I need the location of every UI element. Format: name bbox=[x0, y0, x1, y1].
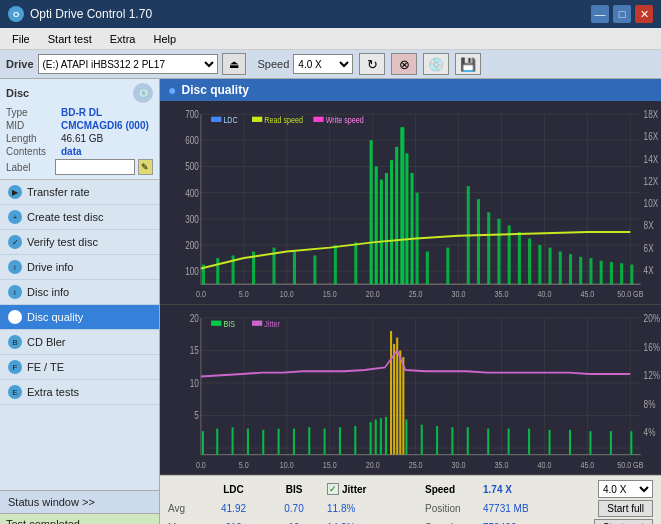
svg-rect-83 bbox=[630, 265, 633, 285]
dq-icon: ● bbox=[168, 82, 176, 98]
svg-text:15: 15 bbox=[190, 345, 199, 356]
sidebar-item-cd-bler[interactable]: B CD Bler bbox=[0, 330, 159, 355]
position-value: 47731 MB bbox=[483, 503, 590, 514]
chart2-svg: 20 15 10 5 20% 16% 12% 8% 4% 0.0 5.0 10.… bbox=[160, 305, 661, 474]
contents-value: data bbox=[61, 146, 82, 157]
disc-quality-title: Disc quality bbox=[181, 83, 248, 97]
svg-rect-149 bbox=[421, 425, 423, 455]
svg-rect-147 bbox=[385, 417, 387, 455]
mid-value: CMCMAGDI6 (000) bbox=[61, 120, 149, 131]
svg-text:4%: 4% bbox=[644, 427, 656, 438]
svg-text:400: 400 bbox=[185, 187, 199, 199]
sidebar-item-label: CD Bler bbox=[27, 336, 66, 348]
disc-button[interactable]: 💿 bbox=[423, 53, 449, 75]
svg-text:10X: 10X bbox=[644, 197, 659, 209]
svg-text:700: 700 bbox=[185, 108, 199, 120]
svg-rect-60 bbox=[395, 147, 398, 284]
svg-text:20: 20 bbox=[190, 313, 199, 324]
sidebar-item-fe-te[interactable]: F FE / TE bbox=[0, 355, 159, 380]
sidebar-item-label: Disc quality bbox=[27, 311, 83, 323]
speed-select[interactable]: 4.0 X bbox=[293, 54, 353, 74]
svg-text:18X: 18X bbox=[644, 108, 659, 120]
close-button[interactable]: ✕ bbox=[635, 5, 653, 23]
svg-rect-82 bbox=[620, 263, 623, 284]
svg-rect-68 bbox=[477, 199, 480, 284]
sidebar-item-disc-quality[interactable]: ★ Disc quality bbox=[0, 305, 159, 330]
sidebar-item-verify-test-disc[interactable]: ✓ Verify test disc bbox=[0, 230, 159, 255]
svg-rect-62 bbox=[405, 153, 408, 284]
svg-rect-59 bbox=[390, 160, 393, 284]
save-button[interactable]: 💾 bbox=[455, 53, 481, 75]
svg-text:20.0: 20.0 bbox=[366, 460, 380, 470]
svg-rect-72 bbox=[518, 232, 521, 284]
svg-text:16%: 16% bbox=[644, 342, 660, 353]
sidebar-item-label: FE / TE bbox=[27, 361, 64, 373]
menu-help[interactable]: Help bbox=[145, 31, 184, 47]
stats-headers-row: LDC BIS ✓ Jitter Speed 1.74 X 4.0 X bbox=[168, 480, 653, 498]
chart2-container: 20 15 10 5 20% 16% 12% 8% 4% 0.0 5.0 10.… bbox=[160, 305, 661, 475]
title-bar: O Opti Drive Control 1.70 — □ ✕ bbox=[0, 0, 661, 28]
svg-rect-130 bbox=[232, 427, 234, 454]
menu-file[interactable]: File bbox=[4, 31, 38, 47]
svg-text:25.0: 25.0 bbox=[409, 290, 423, 300]
svg-rect-144 bbox=[370, 422, 372, 455]
svg-text:15.0: 15.0 bbox=[323, 460, 337, 470]
svg-text:50.0 GB: 50.0 GB bbox=[617, 460, 644, 470]
disc-type-row: Type BD-R DL bbox=[6, 107, 153, 118]
start-part-button[interactable]: Start part bbox=[594, 519, 653, 524]
bis-header: BIS bbox=[269, 484, 319, 495]
svg-text:10.0: 10.0 bbox=[280, 290, 294, 300]
sidebar-item-label: Extra tests bbox=[27, 386, 79, 398]
stats-bar: LDC BIS ✓ Jitter Speed 1.74 X 4.0 X Avg … bbox=[160, 475, 661, 524]
menu-start-test[interactable]: Start test bbox=[40, 31, 100, 47]
svg-text:14X: 14X bbox=[644, 152, 659, 164]
status-window-button[interactable]: Status window >> bbox=[0, 490, 159, 513]
charts-area: 700 600 500 400 300 200 100 18X 16X 14X … bbox=[160, 101, 661, 475]
sidebar-item-drive-info[interactable]: i Drive info bbox=[0, 255, 159, 280]
disc-quality-icon: ★ bbox=[8, 310, 22, 324]
svg-rect-157 bbox=[569, 430, 571, 455]
svg-rect-128 bbox=[202, 431, 204, 454]
mid-label: MID bbox=[6, 120, 61, 131]
svg-rect-58 bbox=[385, 173, 388, 284]
minimize-button[interactable]: — bbox=[591, 5, 609, 23]
sidebar-item-disc-info[interactable]: i Disc info bbox=[0, 280, 159, 305]
label-edit-button[interactable]: ✎ bbox=[138, 159, 153, 175]
svg-rect-79 bbox=[589, 258, 592, 284]
svg-text:500: 500 bbox=[185, 160, 199, 172]
disc-header: Disc 💿 bbox=[6, 83, 153, 103]
type-value: BD-R DL bbox=[61, 107, 102, 118]
svg-text:30.0: 30.0 bbox=[452, 290, 466, 300]
nav-items: ▶ Transfer rate + Create test disc ✓ Ver… bbox=[0, 180, 159, 405]
svg-rect-65 bbox=[426, 252, 429, 285]
sidebar-item-extra-tests[interactable]: E Extra tests bbox=[0, 380, 159, 405]
contents-label: Contents bbox=[6, 146, 61, 157]
settings-button[interactable]: ⊗ bbox=[391, 53, 417, 75]
refresh-button[interactable]: ↻ bbox=[359, 53, 385, 75]
cd-bler-icon: B bbox=[8, 335, 22, 349]
drive-select[interactable]: (E:) ATAPI iHBS312 2 PL17 bbox=[38, 54, 218, 74]
svg-rect-151 bbox=[451, 427, 453, 454]
start-full-button[interactable]: Start full bbox=[598, 500, 653, 517]
menu-extra[interactable]: Extra bbox=[102, 31, 144, 47]
svg-rect-75 bbox=[549, 248, 552, 285]
label-input[interactable] bbox=[55, 159, 135, 175]
stats-speed-select[interactable]: 4.0 X bbox=[598, 480, 653, 498]
svg-rect-78 bbox=[579, 257, 582, 284]
status-window-label: Status window >> bbox=[8, 496, 95, 508]
svg-rect-74 bbox=[538, 245, 541, 284]
svg-text:8%: 8% bbox=[644, 399, 656, 410]
disc-length-row: Length 46.61 GB bbox=[6, 133, 153, 144]
maximize-button[interactable]: □ bbox=[613, 5, 631, 23]
svg-rect-156 bbox=[549, 430, 551, 455]
sidebar-item-create-test-disc[interactable]: + Create test disc bbox=[0, 205, 159, 230]
eject-button[interactable]: ⏏ bbox=[222, 53, 246, 75]
svg-text:300: 300 bbox=[185, 213, 199, 225]
sidebar-item-transfer-rate[interactable]: ▶ Transfer rate bbox=[0, 180, 159, 205]
svg-rect-69 bbox=[487, 212, 490, 284]
jitter-checkbox[interactable]: ✓ bbox=[327, 483, 339, 495]
svg-text:600: 600 bbox=[185, 134, 199, 146]
svg-text:8X: 8X bbox=[644, 219, 655, 231]
svg-text:5.0: 5.0 bbox=[239, 290, 249, 300]
title-bar-controls: — □ ✕ bbox=[591, 5, 653, 23]
